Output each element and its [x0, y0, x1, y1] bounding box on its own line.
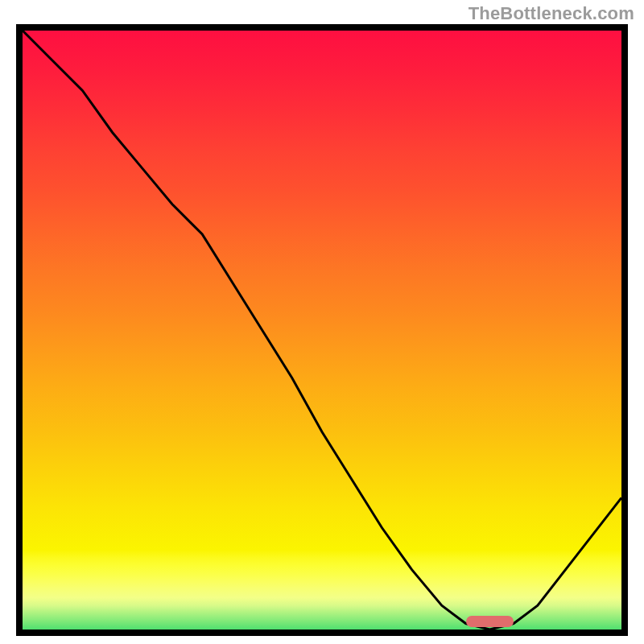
- data-curve: [23, 31, 621, 630]
- optimal-zone-marker: [466, 616, 514, 627]
- watermark-label: TheBottleneck.com: [469, 3, 634, 24]
- plot-border: [16, 24, 628, 636]
- plot-area: [23, 31, 621, 630]
- chart-frame: TheBottleneck.com: [0, 0, 644, 644]
